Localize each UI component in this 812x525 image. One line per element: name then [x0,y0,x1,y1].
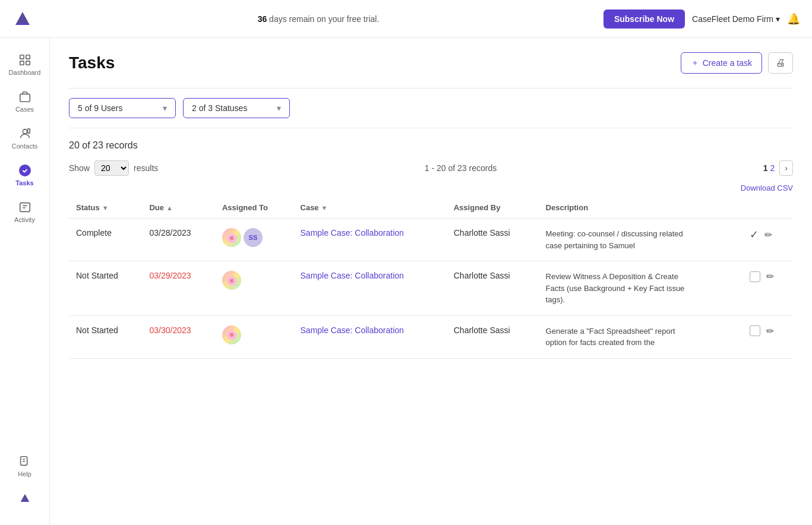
svg-rect-6 [27,129,30,133]
avatar-initials: SS [244,228,263,247]
avatar: 🌸 [222,228,241,247]
sidebar-item-activity-label: Activity [14,216,35,223]
page-next-link[interactable]: 2 [770,163,775,173]
svg-rect-3 [26,61,29,65]
row-assigned-to: 🌸 [215,261,293,316]
row-due: 03/29/2023 [142,261,214,316]
download-csv-link[interactable]: Download CSV [741,184,793,192]
row-assigned-to: 🌸 SS [215,219,293,261]
row-description: Meeting: co-counsel / discussing related… [539,219,743,261]
firm-selector[interactable]: CaseFleet Demo Firm ▾ [692,14,780,24]
notifications-bell-icon[interactable]: 🔔 [787,12,800,26]
main-content: Tasks ＋ Create a task 🖨 5 of 9 Users ▾ 2… [50,38,812,525]
row-actions: ✏ [743,261,793,316]
avatar-group: 🌸 SS [222,228,286,247]
table-row: Not Started 03/29/2023 🌸 Sample Case: Co… [69,261,793,316]
next-page-button[interactable]: › [779,160,793,176]
incomplete-checkbox[interactable] [750,271,760,282]
avatar-group: 🌸 [222,325,286,344]
case-link[interactable]: Sample Case: Collaboration [301,325,404,335]
incomplete-checkbox[interactable] [750,325,760,336]
table-row: Complete 03/28/2023 🌸 SS Sample Case: Co… [69,219,793,261]
trial-notice: 36 days remain on your free trial. [258,14,380,24]
col-description: Description [539,197,743,219]
row-assigned-by: Charlotte Sassi [447,219,539,261]
users-filter[interactable]: 5 of 9 Users ▾ [69,98,176,118]
status-sort-icon: ▼ [102,204,109,211]
show-results: Show 20 50 100 results [69,160,158,176]
plus-icon: ＋ [691,58,699,68]
row-actions: ✓ ✏ [743,219,793,261]
show-count-select[interactable]: 20 50 100 [94,160,129,176]
print-icon: 🖨 [776,58,785,68]
sidebar-item-tasks[interactable]: Tasks [4,158,46,192]
filters-bar: 5 of 9 Users ▾ 2 of 3 Statuses ▾ [69,88,793,128]
svg-rect-8 [20,203,30,212]
case-link[interactable]: Sample Case: Collaboration [301,228,404,238]
statuses-filter[interactable]: 2 of 3 Statuses ▾ [183,98,290,118]
users-filter-chevron-icon: ▾ [163,103,167,113]
row-status: Not Started [69,315,142,358]
complete-check-icon[interactable]: ✓ [750,228,759,241]
records-summary: 20 of 23 records [69,140,793,151]
avatar-group: 🌸 [222,271,286,290]
svg-rect-0 [20,55,23,59]
users-filter-label: 5 of 9 Users [78,103,122,113]
pagination-right: 1 2 › [763,160,793,176]
row-action-buttons: ✏ [750,325,786,337]
sidebar: Dashboard Cases Contacts Tasks [0,38,50,525]
sidebar-item-cases[interactable]: Cases [4,84,46,119]
row-due: 03/30/2023 [142,315,214,358]
col-assigned-by: Assigned By [447,197,539,219]
create-task-label: Create a task [703,58,752,68]
logo [12,8,33,30]
case-link[interactable]: Sample Case: Collaboration [301,271,404,280]
firm-chevron-icon: ▾ [776,14,780,24]
create-task-button[interactable]: ＋ Create a task [681,52,762,74]
page-numbers: 1 2 [763,163,775,173]
row-description: Review Witness A Deposition & Create Fac… [539,261,743,316]
row-action-buttons: ✓ ✏ [750,228,786,241]
svg-rect-4 [20,94,30,102]
svg-point-5 [23,129,27,134]
row-action-buttons: ✏ [750,271,786,282]
sidebar-item-tasks-label: Tasks [15,179,33,186]
col-actions [743,197,793,219]
avatar: 🌸 [222,325,241,344]
edit-icon[interactable]: ✏ [764,229,772,241]
page-current: 1 [763,163,768,173]
sidebar-item-help[interactable]: Help [4,449,46,483]
due-sort-icon: ▲ [166,204,173,211]
sidebar-item-activity[interactable]: Activity [4,195,46,229]
svg-point-7 [19,165,30,176]
row-assigned-to: 🌸 [215,315,293,358]
layout: Dashboard Cases Contacts Tasks [0,0,812,525]
row-case: Sample Case: Collaboration [293,261,447,316]
col-case[interactable]: Case ▼ [293,197,447,219]
row-status: Not Started [69,261,142,316]
row-description: Generate a "Fact Spreadsheet" report opt… [539,315,743,358]
page-actions: ＋ Create a task 🖨 [681,52,793,74]
col-assigned-to: Assigned To [215,197,293,219]
col-due[interactable]: Due ▲ [142,197,214,219]
sidebar-item-contacts[interactable]: Contacts [4,121,46,156]
subscribe-button[interactable]: Subscribe Now [604,10,685,29]
statuses-filter-label: 2 of 3 Statuses [192,103,247,113]
trial-text: days remain on your free trial. [267,14,379,24]
row-case: Sample Case: Collaboration [293,315,447,358]
row-assigned-by: Charlotte Sassi [447,315,539,358]
topbar: 36 days remain on your free trial. Subsc… [0,0,812,38]
sidebar-item-help-label: Help [18,470,31,477]
edit-icon[interactable]: ✏ [766,325,774,337]
table-row: Not Started 03/30/2023 🌸 Sample Case: Co… [69,315,793,358]
svg-rect-11 [20,457,27,466]
sidebar-item-dashboard[interactable]: Dashboard [4,48,46,82]
edit-icon[interactable]: ✏ [766,271,774,282]
row-actions: ✏ [743,315,793,358]
row-due: 03/28/2023 [142,219,214,261]
show-label: Show [69,163,90,173]
statuses-filter-chevron-icon: ▾ [277,103,281,113]
print-button[interactable]: 🖨 [768,52,793,74]
col-status[interactable]: Status ▼ [69,197,142,219]
row-status: Complete [69,219,142,261]
